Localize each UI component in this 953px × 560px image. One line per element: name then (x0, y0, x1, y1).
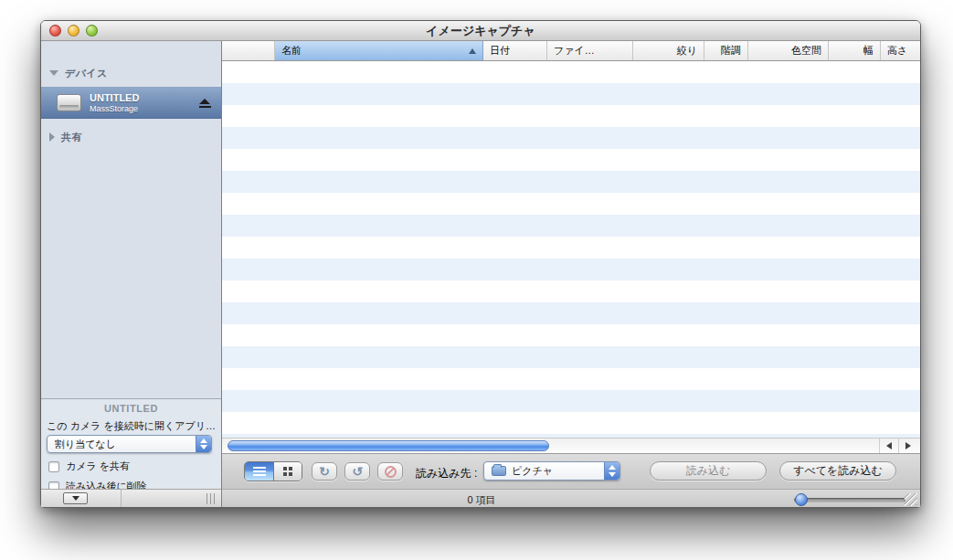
rotate-counterclockwise-icon: ↺ (352, 465, 363, 478)
import-button[interactable]: 読み込む (650, 461, 767, 481)
share-camera-label: カメラ を共有 (66, 460, 130, 473)
device-labels: UNTITLED MassStorage (90, 92, 139, 114)
column-header-aperture[interactable]: 絞り (633, 41, 704, 60)
list-view-icon (253, 467, 266, 476)
column-header-width[interactable]: 幅 (829, 41, 881, 60)
window-title: イメージキャプチャ (41, 21, 920, 40)
column-header-depth[interactable]: 階調 (704, 41, 748, 60)
panel-toggle-button[interactable] (63, 492, 88, 504)
status-bar: 0 項目 (222, 489, 920, 507)
column-header-date[interactable]: 日付 (483, 41, 547, 60)
shared-group-label: 共有 (61, 131, 82, 144)
sidebar-item-untitled-device[interactable]: UNTITLED MassStorage (41, 87, 221, 119)
open-with-label: この カメラ を接続時に開くアプリ… (47, 419, 221, 433)
app-popup-button[interactable]: 割り当てなし (47, 435, 212, 453)
sidebar-resize-grip[interactable] (206, 493, 217, 504)
column-header-label: 日付 (490, 44, 510, 58)
column-header-name[interactable]: 名前 (275, 41, 483, 60)
column-header-label: 絞り (677, 44, 697, 58)
sidebar-bottom-bar (41, 489, 221, 507)
column-header-height[interactable]: 高さ (881, 41, 920, 60)
sidebar-bottom-left-cell (41, 490, 122, 507)
column-header-thumbnail[interactable] (222, 41, 275, 60)
eject-icon[interactable] (199, 99, 211, 108)
app-popup-value: 割り当てなし (55, 438, 116, 451)
cancel-icon (385, 466, 397, 478)
sidebar-group-shared[interactable]: 共有 (49, 130, 82, 144)
thumbnail-size-slider[interactable] (794, 490, 905, 507)
devices-group-label: デバイス (65, 67, 108, 80)
desktop: イメージキャプチャ デバイス UNTITLED MassStorage 共有 (0, 0, 953, 560)
items-count: 0 項目 (467, 493, 495, 507)
column-header-label: 高さ (887, 44, 907, 58)
destination-label: 読み込み先 : (416, 466, 477, 481)
popup-stepper-icon (604, 462, 619, 480)
slider-knob[interactable] (795, 493, 808, 506)
sidebar: デバイス UNTITLED MassStorage 共有 UNTITLED この… (41, 41, 222, 507)
slider-track[interactable] (794, 498, 905, 502)
file-list (222, 61, 920, 438)
column-header-label: 色空間 (791, 44, 821, 58)
column-header-label: 階調 (721, 44, 741, 58)
sort-ascending-icon (469, 48, 476, 54)
horizontal-scrollbar[interactable] (222, 438, 920, 454)
share-camera-checkbox[interactable]: カメラ を共有 (48, 460, 130, 473)
column-header-label: 幅 (863, 44, 874, 58)
hard-drive-icon (57, 94, 81, 111)
sidebar-group-devices[interactable]: デバイス (49, 66, 108, 80)
scroll-left-icon (886, 442, 892, 449)
disclosure-down-icon[interactable] (49, 70, 58, 76)
panel-title: UNTITLED (41, 403, 221, 414)
checkbox-icon[interactable] (48, 461, 59, 472)
column-header-label: 名前 (281, 44, 302, 58)
cancel-button[interactable] (377, 462, 403, 481)
device-name: UNTITLED (90, 92, 139, 104)
grid-view-button[interactable] (274, 462, 302, 481)
view-mode-segmented-control (244, 461, 302, 481)
table-header: 名前日付ファイ…絞り階調色空間幅高さ (222, 41, 920, 61)
destination-popup-button[interactable]: ピクチャ (483, 461, 620, 481)
rotate-clockwise-icon: ↻ (319, 465, 330, 478)
main-area: 名前日付ファイ…絞り階調色空間幅高さ ↻ ↺ 読み込み先 : (222, 41, 920, 507)
scrollbar-arrows (879, 438, 917, 453)
toolbar: ↻ ↺ 読み込み先 : ピクチャ 読み込む すべてを読み込む (222, 454, 920, 489)
device-subtitle: MassStorage (90, 104, 139, 114)
popup-stepper-icon (196, 436, 211, 452)
folder-icon (492, 466, 506, 476)
destination-value: ピクチャ (512, 464, 553, 478)
window-resize-grip[interactable] (905, 493, 917, 506)
window-titlebar[interactable]: イメージキャプチャ (41, 21, 920, 41)
scroll-left-button[interactable] (880, 438, 898, 453)
rotate-clockwise-button[interactable]: ↻ (312, 462, 337, 481)
list-view-button[interactable] (245, 462, 274, 481)
device-settings-panel: UNTITLED この カメラ を接続時に開くアプリ… 割り当てなし カメラ を… (41, 398, 221, 489)
column-header-file[interactable]: ファイ… (547, 41, 633, 60)
scroll-right-button[interactable] (898, 438, 917, 453)
scrollbar-thumb[interactable] (228, 440, 549, 451)
column-header-colorspace[interactable]: 色空間 (748, 41, 829, 60)
disclosure-right-icon[interactable] (49, 132, 55, 142)
column-header-label: ファイ… (554, 44, 595, 58)
rotate-counterclockwise-button[interactable]: ↺ (344, 462, 370, 481)
scroll-right-icon (905, 442, 911, 449)
triangle-down-icon (72, 496, 79, 501)
grid-view-icon (283, 467, 292, 476)
import-all-button[interactable]: すべてを読み込む (779, 461, 896, 481)
image-capture-window: イメージキャプチャ デバイス UNTITLED MassStorage 共有 (40, 20, 921, 508)
